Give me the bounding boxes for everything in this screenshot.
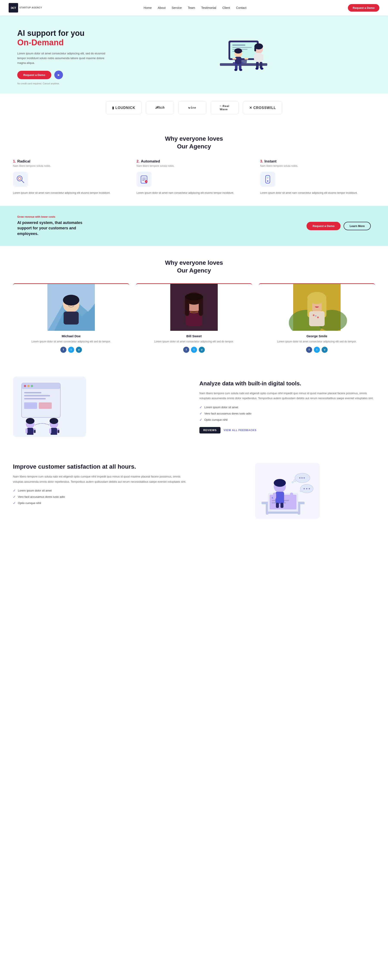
svg-rect-5 [232,47,252,48]
social-facebook-3[interactable]: f [306,347,312,353]
svg-rect-13 [244,58,248,60]
social-twitter-2[interactable]: t [191,347,197,353]
svg-rect-87 [51,428,57,435]
svg-point-27 [255,68,258,70]
logo[interactable]: DCT STARTUP AGENCY [9,3,42,13]
svg-rect-22 [260,62,262,68]
svg-rect-74 [24,395,50,396]
svg-rect-108 [280,503,283,508]
svg-point-28 [260,68,263,70]
improve-check-icon-1: ✓ [13,488,16,493]
team-desc-3: Lorem ipsum dolor sit amet consectetur a… [259,340,375,344]
team-card-2: Bill Sweet Lorem ipsum dolor sit amet co… [136,283,252,353]
svg-rect-80 [25,428,28,433]
improve-list-item-2: ✓ Vero facil accusamus dores iusto adio [13,495,188,499]
svg-point-41 [267,180,268,182]
team-member-1-illustration [13,284,129,331]
why-icon-1 [13,172,28,187]
analyze-list: ✓ Lorem ipsum dolor sit amet ✓ Vero faci… [200,405,375,422]
improve-list: ✓ Lorem ipsum dolor sit amet ✓ Vero faci… [13,488,188,505]
analyze-title: Analyze data with built-in digital tools… [200,380,375,387]
why-item-1: 1. Radical Nam libero tempore soluta nob… [13,159,128,195]
social-twitter-1[interactable]: t [68,347,74,353]
hero-play-button[interactable] [54,70,63,79]
nav-service[interactable]: Service [172,6,182,10]
svg-point-116 [301,477,302,479]
cta-title: AI powered system, that automates suppor… [17,220,95,237]
svg-rect-54 [199,299,203,316]
svg-rect-19 [254,54,257,60]
svg-rect-11 [235,57,241,64]
social-facebook-2[interactable]: f [183,347,189,353]
social-vimeo-3[interactable]: v [321,347,328,353]
svg-rect-53 [185,299,189,316]
analyze-list-item-3: ✓ Optio cumque nihil [200,418,375,422]
team-title: Why everyone loves Our Agency [13,259,375,275]
svg-rect-21 [256,62,259,68]
nav-testimonial[interactable]: Testimonial [201,6,216,10]
logos-section: ▮ LOUDNICK 𝒫itch wire ~ RealWave ✕ CROSS… [0,94,388,122]
svg-rect-24 [254,47,256,51]
svg-rect-107 [276,503,279,508]
svg-point-55 [185,293,203,300]
svg-point-26 [239,69,242,71]
team-image-wrapper-2 [136,283,252,331]
why-grid: 1. Radical Nam libero tempore soluta nob… [13,159,375,195]
svg-rect-105 [273,493,276,499]
svg-point-70 [24,385,26,387]
improve-section: Improve customer satisfaction at all hou… [0,450,388,532]
cta-demo-button[interactable]: Request a Demo [307,222,340,230]
why-section: Why everyone loves Our Agency 1. Radical… [0,122,388,206]
nav-demo-button[interactable]: Request a Demo [348,4,379,12]
cta-banner: Grow revenue with lower costs AI powered… [0,206,388,246]
svg-point-115 [299,477,301,479]
logo-crosswill: ✕ CROSSWILL [243,101,282,114]
logo-realwave: ~ RealWave [211,101,239,114]
improve-check-icon-3: ✓ [13,501,16,505]
hero-content: AI support for you On-Demand Lorem ipsum… [17,29,108,85]
svg-point-114 [300,490,302,492]
svg-point-119 [306,488,307,489]
analyze-left [13,377,188,437]
hero-description: Lorem ipsum dolor sit amet consectetur a… [17,51,108,65]
svg-line-30 [22,180,24,183]
team-name-3: George Smile [259,334,375,338]
social-facebook-1[interactable]: f [60,347,67,353]
svg-point-120 [309,488,310,489]
svg-rect-76 [24,402,37,409]
team-card-3: George Smile Lorem ipsum dolor sit amet … [259,283,375,353]
cta-learn-button[interactable]: Learn More [344,222,371,230]
analyze-list-item-1: ✓ Lorem ipsum dolor sit amet [200,405,375,409]
hero-demo-button[interactable]: Request a Demo [17,71,51,79]
logo-icon: DCT [9,3,18,13]
svg-point-25 [234,69,238,71]
analyze-actions: REVIEWS VIEW ALL FEEDBACKS [200,427,375,433]
analyze-illustration [13,377,86,437]
svg-rect-75 [24,398,46,399]
svg-rect-20 [261,54,263,60]
nav-contact[interactable]: Contact [236,6,246,10]
social-vimeo-2[interactable]: v [199,347,205,353]
svg-rect-79 [27,428,33,435]
check-icon-3: ✓ [200,418,202,422]
improve-illustration [255,463,320,519]
feedbacks-button[interactable]: VIEW ALL FEEDBACKS [223,429,257,432]
svg-rect-4 [232,45,245,46]
nav-home[interactable]: Home [144,6,152,10]
svg-point-118 [304,488,305,489]
svg-rect-77 [39,402,52,409]
svg-point-72 [31,385,33,387]
social-vimeo-1[interactable]: v [76,347,82,353]
nav-team[interactable]: Team [188,6,195,10]
team-grid: Michael Doe Lorem ipsum dolor sit amet c… [13,283,375,353]
nav-client[interactable]: Client [222,6,230,10]
svg-point-111 [294,479,296,482]
cta-buttons: Request a Demo Learn More [307,222,371,230]
svg-rect-15 [239,64,241,70]
svg-point-84 [26,418,35,424]
reviews-button[interactable]: REVIEWS [200,427,220,433]
social-twitter-3[interactable]: t [314,347,320,353]
why-item-3: 3. Instant Nam libero tempore soluta nob… [260,159,375,195]
improve-list-item-3: ✓ Optio cumque nihil [13,501,188,505]
nav-about[interactable]: About [158,6,166,10]
